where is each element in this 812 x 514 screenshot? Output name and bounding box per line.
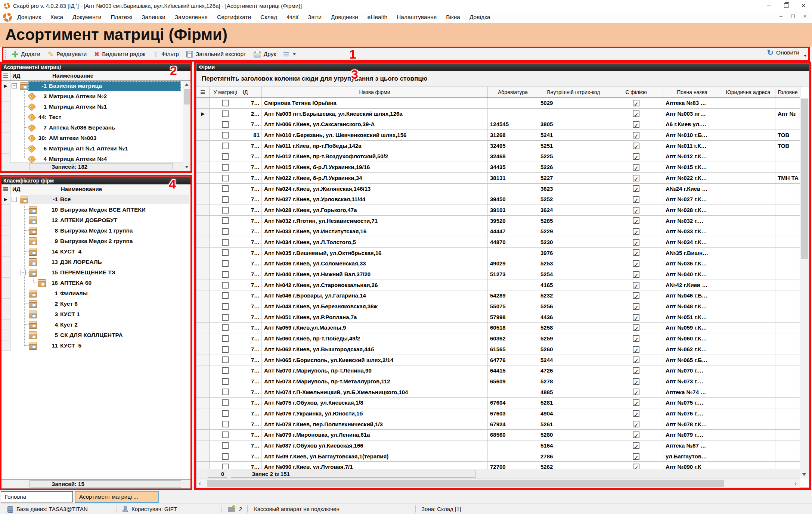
branch-checkbox[interactable] bbox=[633, 367, 639, 374]
branch-checkbox[interactable] bbox=[633, 389, 639, 395]
chevron-down-icon[interactable] bbox=[804, 55, 807, 57]
toolbar-view-menu-button[interactable] bbox=[282, 51, 298, 57]
column-header-1[interactable]: У матриці bbox=[210, 87, 241, 97]
column-header-2[interactable]: ІД bbox=[241, 87, 262, 97]
matrices-column-headers[interactable]: ИД Наименование bbox=[1, 71, 191, 81]
toolbar-xmark-button[interactable]: Видалити рядок bbox=[92, 50, 147, 59]
in-matrix-checkbox[interactable] bbox=[222, 164, 229, 171]
tree-row-9[interactable]: 9Выгрузка Медок 2 группа bbox=[1, 236, 191, 246]
scroll-thumb[interactable] bbox=[207, 480, 724, 487]
scroll-up-icon[interactable] bbox=[185, 83, 189, 86]
firms-horizontal-scrollbar[interactable]: ‹ › bbox=[196, 479, 800, 488]
menu-item-15[interactable]: Довідка bbox=[469, 14, 490, 21]
tree-row-7[interactable]: 7Аптека №086 Березань bbox=[1, 122, 183, 133]
scroll-left-icon[interactable]: ‹ bbox=[199, 480, 201, 487]
branch-checkbox[interactable] bbox=[633, 164, 639, 171]
branch-checkbox[interactable] bbox=[633, 175, 639, 181]
column-header-6[interactable]: Є філією bbox=[609, 87, 663, 97]
in-matrix-checkbox[interactable] bbox=[222, 324, 229, 331]
firm-row[interactable]: 7…Апт №035 г.Вишневый, ул.Октябрьская,16… bbox=[196, 248, 800, 259]
tree-row-14[interactable]: 14КУСТ_4 bbox=[1, 246, 191, 257]
menu-item-1[interactable]: Довідник bbox=[17, 14, 41, 21]
firms-vertical-scrollbar[interactable] bbox=[800, 98, 809, 479]
branch-checkbox[interactable] bbox=[633, 271, 639, 278]
in-matrix-checkbox[interactable] bbox=[222, 303, 229, 310]
in-matrix-checkbox[interactable] bbox=[222, 153, 229, 160]
in-matrix-checkbox[interactable] bbox=[222, 346, 229, 353]
menu-item-13[interactable]: Налаштування bbox=[397, 14, 437, 21]
branch-checkbox[interactable] bbox=[633, 442, 639, 449]
firm-row[interactable]: 7…Апт №048 г.Киев, ул.Березняковская,36ж… bbox=[196, 301, 800, 312]
grid-menu-icon[interactable] bbox=[201, 90, 205, 94]
scroll-thumb[interactable] bbox=[184, 89, 190, 105]
mdi-restore-button[interactable] bbox=[789, 13, 797, 20]
in-matrix-checkbox[interactable] bbox=[222, 378, 229, 385]
in-matrix-checkbox[interactable] bbox=[222, 100, 229, 106]
in-matrix-checkbox[interactable] bbox=[222, 143, 229, 149]
tree-row-1[interactable]: 1Филиалы bbox=[1, 288, 191, 299]
toolbar-export-button[interactable]: Загальний експорт bbox=[185, 50, 248, 59]
tree-row-4[interactable]: 4Матрица Аптеки №4 bbox=[1, 154, 183, 163]
branch-checkbox[interactable] bbox=[633, 143, 639, 149]
branch-checkbox[interactable] bbox=[633, 453, 639, 460]
restore-button[interactable] bbox=[778, 0, 795, 11]
firm-row[interactable]: 7…Апт №006 г.Киев, ул.Саксаганского,39-А… bbox=[196, 119, 800, 130]
branch-checkbox[interactable] bbox=[633, 335, 639, 342]
branch-checkbox[interactable] bbox=[633, 399, 639, 406]
column-header-name[interactable]: Наименование bbox=[52, 71, 93, 80]
tree-row-4[interactable]: 4Куст 2 bbox=[1, 320, 191, 330]
in-matrix-checkbox[interactable] bbox=[222, 271, 229, 278]
tree-row-6[interactable]: 6Матрица АП №1 Аптеки №1 bbox=[1, 143, 183, 154]
in-matrix-checkbox[interactable] bbox=[222, 442, 229, 449]
firm-row[interactable]: 7…Апт №012 г.Киев, пр-т.Воздухофлотский,… bbox=[196, 151, 800, 162]
firm-row[interactable]: 7…Апт №062 г.Киев, ул.Вышгородская,44б61… bbox=[196, 344, 800, 355]
in-matrix-checkbox[interactable] bbox=[222, 399, 229, 406]
tree-row-8[interactable]: 8Выгрузка Медок 1 группа bbox=[1, 225, 191, 236]
branch-checkbox[interactable] bbox=[633, 292, 639, 299]
in-matrix-checkbox[interactable] bbox=[222, 367, 229, 374]
tree-row-13[interactable]: 13ДЗК ЛОРЕАЛЬ bbox=[1, 257, 191, 267]
in-matrix-checkbox[interactable] bbox=[222, 389, 229, 395]
branch-checkbox[interactable] bbox=[633, 121, 639, 128]
menu-item-10[interactable]: Звіти bbox=[308, 14, 322, 21]
grid-menu-icon[interactable] bbox=[3, 74, 8, 78]
firm-row[interactable]: 7…Апт №060 г.Киев, пр-т.Победы,49/260362… bbox=[196, 333, 800, 344]
firm-row[interactable]: 7…Апт №09 г.Киев, ул.Баггаутовская,1(тер… bbox=[196, 451, 800, 462]
tree-row-15[interactable]: −15ПЕРЕМЕЩЕНИЕ ТЗ bbox=[1, 267, 191, 278]
firm-row[interactable]: 7…Апт №087 г.Обухов ул.Киевская,1665164А… bbox=[196, 440, 800, 451]
column-header-5[interactable]: Внутрішній штрих-код bbox=[538, 87, 609, 97]
tree-row-1[interactable]: 1Матрица Аптеки №1 bbox=[1, 102, 183, 112]
scroll-thumb[interactable] bbox=[801, 99, 808, 259]
tree-row--1[interactable]: ▶−-1Все bbox=[1, 194, 191, 205]
menu-item-7[interactable]: Сертифікати bbox=[217, 14, 251, 21]
branch-checkbox[interactable] bbox=[633, 432, 639, 438]
firm-row[interactable]: 7…Апт №065 г.Борисполь, ул.Киевский шлях… bbox=[196, 355, 800, 366]
in-matrix-checkbox[interactable] bbox=[222, 249, 229, 256]
tree-row-10[interactable]: 10Выгрузка Медок ВСЕ АПТЕКИ bbox=[1, 205, 191, 215]
column-header-id[interactable]: ИД bbox=[12, 71, 20, 80]
branch-checkbox[interactable] bbox=[633, 217, 639, 224]
in-matrix-checkbox[interactable] bbox=[222, 421, 229, 427]
in-matrix-checkbox[interactable] bbox=[222, 432, 229, 438]
in-matrix-checkbox[interactable] bbox=[222, 228, 229, 235]
tree-row-30:[interactable]: 30:АМ аптеки №003 bbox=[1, 133, 183, 143]
firm-row[interactable]: 7…Смірнова Тетяна Юрьївна5029Аптека №83 … bbox=[196, 98, 800, 109]
mdi-close-button[interactable]: ✕ bbox=[801, 13, 809, 20]
column-header-id[interactable]: ИД bbox=[12, 184, 20, 194]
branch-checkbox[interactable] bbox=[633, 228, 639, 235]
menu-item-8[interactable]: Склад bbox=[260, 14, 277, 21]
tree-row-16[interactable]: 16АПТЕКА 60 bbox=[1, 278, 191, 288]
branch-checkbox[interactable] bbox=[633, 410, 639, 417]
tree-row-2[interactable]: 2Куст 6 bbox=[1, 299, 191, 309]
branch-checkbox[interactable] bbox=[633, 185, 639, 192]
in-matrix-checkbox[interactable] bbox=[222, 132, 229, 138]
menu-item-4[interactable]: Платежі bbox=[111, 14, 132, 21]
in-matrix-checkbox[interactable] bbox=[222, 335, 229, 342]
firm-row[interactable]: 7…Апт №036 г.Киев, ул.Соломенская,334902… bbox=[196, 258, 800, 269]
in-matrix-checkbox[interactable] bbox=[222, 175, 229, 181]
firm-row[interactable]: 81Апт №010 г.Березань, ул. Шевченковский… bbox=[196, 130, 800, 141]
in-matrix-checkbox[interactable] bbox=[222, 453, 229, 460]
firm-row[interactable]: 7…Апт №040 г.Киев, ул.Нижний Вал,37/2051… bbox=[196, 269, 800, 280]
branch-checkbox[interactable] bbox=[633, 421, 639, 427]
scroll-right-icon[interactable]: › bbox=[794, 480, 797, 487]
